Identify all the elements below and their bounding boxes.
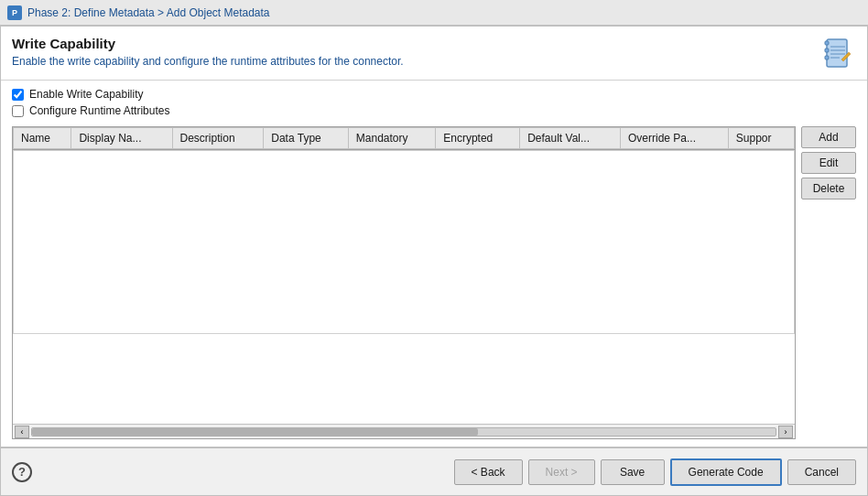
add-button[interactable]: Add bbox=[801, 126, 856, 148]
next-button[interactable]: Next > bbox=[528, 459, 595, 485]
edit-button[interactable]: Edit bbox=[801, 152, 856, 174]
footer: ? < Back Next > Save Generate Code Cance… bbox=[1, 447, 867, 495]
enable-write-row: Enable Write Capability bbox=[12, 88, 856, 101]
scroll-thumb[interactable] bbox=[32, 428, 478, 436]
notebook-icon bbox=[821, 38, 854, 70]
header-section: Write Capability Enable the write capabi… bbox=[1, 27, 867, 81]
svg-rect-1 bbox=[825, 41, 829, 45]
col-suppor: Suppor bbox=[728, 128, 794, 149]
content-area: Enable Write Capability Configure Runtim… bbox=[1, 81, 867, 447]
title-bar: P Phase 2: Define Metadata > Add Object … bbox=[0, 0, 868, 26]
data-table: Name Display Na... Description Data Type… bbox=[13, 127, 795, 149]
col-mandatory: Mandatory bbox=[348, 128, 435, 149]
svg-rect-2 bbox=[825, 49, 829, 52]
configure-runtime-checkbox[interactable] bbox=[12, 105, 24, 117]
footer-left: ? bbox=[12, 462, 32, 482]
col-default-val: Default Val... bbox=[520, 128, 621, 149]
header-left: Write Capability Enable the write capabi… bbox=[12, 36, 404, 68]
svg-rect-0 bbox=[827, 39, 847, 67]
svg-rect-3 bbox=[825, 56, 829, 59]
delete-button[interactable]: Delete bbox=[801, 178, 856, 199]
main-content: Write Capability Enable the write capabi… bbox=[0, 26, 868, 496]
configure-runtime-row: Configure Runtime Attributes bbox=[12, 104, 856, 117]
titlebar-icon: P bbox=[7, 5, 22, 20]
scroll-right-button[interactable]: › bbox=[778, 426, 793, 438]
col-name: Name bbox=[14, 128, 71, 149]
side-buttons: Add Edit Delete bbox=[801, 126, 856, 439]
col-override-pa: Override Pa... bbox=[620, 128, 728, 149]
enable-write-checkbox[interactable] bbox=[12, 89, 24, 101]
enable-write-label[interactable]: Enable Write Capability bbox=[29, 88, 144, 101]
table-body bbox=[14, 151, 795, 334]
page-title: Write Capability bbox=[12, 36, 404, 51]
col-description: Description bbox=[172, 128, 264, 149]
configure-runtime-label[interactable]: Configure Runtime Attributes bbox=[29, 104, 169, 117]
table-container: Name Display Na... Description Data Type… bbox=[12, 126, 856, 439]
cancel-button[interactable]: Cancel bbox=[787, 459, 856, 485]
horizontal-scrollbar[interactable]: ‹ › bbox=[13, 424, 795, 438]
scroll-left-button[interactable]: ‹ bbox=[15, 426, 29, 438]
help-button[interactable]: ? bbox=[12, 462, 32, 482]
breadcrumb: Phase 2: Define Metadata > Add Object Me… bbox=[27, 6, 270, 19]
col-data-type: Data Type bbox=[264, 128, 349, 149]
header-icon bbox=[819, 36, 856, 72]
header-description: Enable the write capability and configur… bbox=[12, 55, 404, 68]
col-display-name: Display Na... bbox=[71, 128, 172, 149]
col-encrypted: Encrypted bbox=[436, 128, 520, 149]
back-button[interactable]: < Back bbox=[454, 459, 523, 485]
table-body-area bbox=[13, 150, 795, 424]
scroll-track[interactable] bbox=[31, 427, 776, 437]
save-button[interactable]: Save bbox=[601, 459, 665, 485]
footer-buttons: < Back Next > Save Generate Code Cancel bbox=[454, 458, 856, 486]
generate-code-button[interactable]: Generate Code bbox=[670, 458, 782, 486]
